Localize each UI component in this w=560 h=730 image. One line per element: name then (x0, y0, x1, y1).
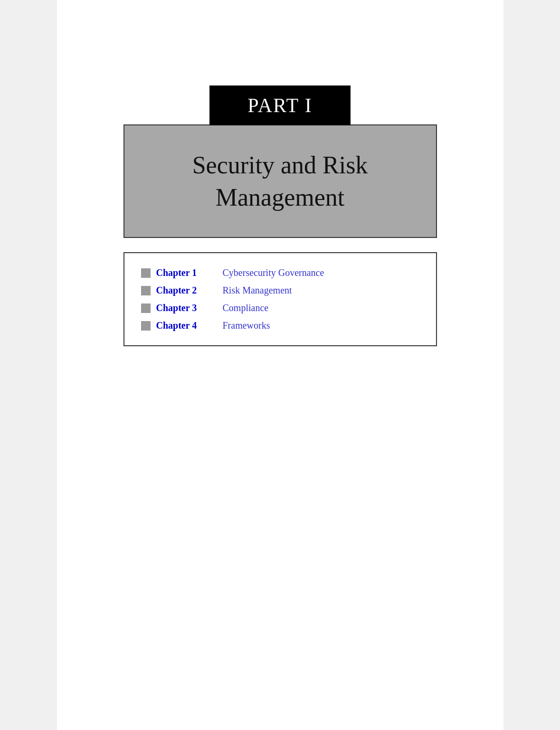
chapter-label: Chapter 1 (156, 267, 223, 278)
chapter-icon (141, 286, 151, 295)
title-text: Security and Risk Management (192, 149, 368, 213)
title-box: Security and Risk Management (123, 124, 437, 238)
title-line2: Management (216, 184, 344, 211)
chapter-title: Frameworks (223, 320, 270, 331)
chapter-icon (141, 303, 151, 313)
chapter-title: Compliance (223, 303, 269, 313)
part-label-wrapper: PART I (57, 85, 503, 125)
toc-item[interactable]: Chapter 4Frameworks (141, 320, 419, 331)
chapter-icon (141, 321, 151, 331)
chapter-label: Chapter 4 (156, 320, 223, 331)
part-label: PART I (209, 85, 351, 125)
chapter-title: Risk Management (223, 285, 292, 296)
chapter-label: Chapter 3 (156, 303, 223, 313)
toc-item[interactable]: Chapter 2Risk Management (141, 285, 419, 296)
toc-item[interactable]: Chapter 3Compliance (141, 303, 419, 313)
page: PART I Security and Risk Management Chap… (57, 0, 503, 730)
chapter-title: Cybersecurity Governance (223, 267, 324, 278)
title-line1: Security and Risk (192, 152, 368, 179)
toc-item[interactable]: Chapter 1Cybersecurity Governance (141, 267, 419, 278)
chapter-label: Chapter 2 (156, 285, 223, 296)
chapter-icon (141, 268, 151, 278)
toc-box: Chapter 1Cybersecurity GovernanceChapter… (123, 252, 437, 346)
